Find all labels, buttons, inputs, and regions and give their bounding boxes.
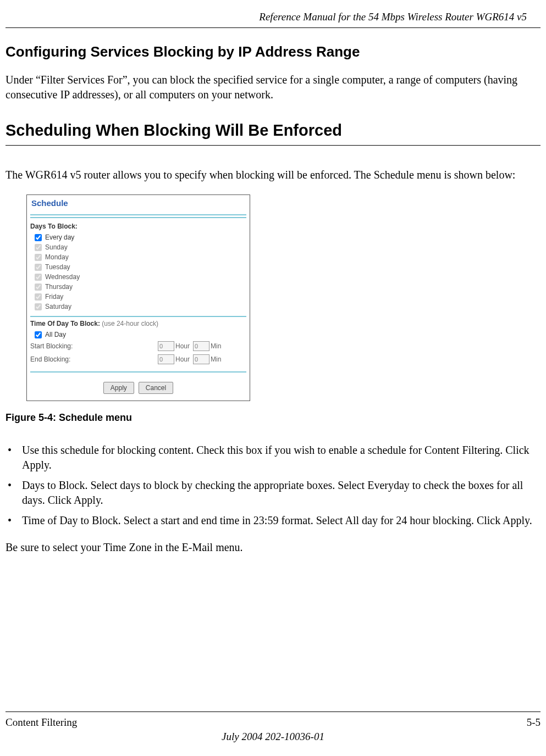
min-unit: Min bbox=[211, 342, 221, 350]
section-title-config: Configuring Services Blocking by IP Addr… bbox=[5, 43, 541, 60]
divider bbox=[30, 316, 246, 317]
figure-caption: Figure 5-4: Schedule menu bbox=[5, 412, 541, 424]
page-header: Reference Manual for the 54 Mbps Wireles… bbox=[5, 0, 541, 28]
footer-left: Content Filtering bbox=[5, 716, 77, 729]
day-label: Wednesday bbox=[45, 273, 80, 281]
bullet-list: • Use this schedule for blocking content… bbox=[5, 443, 541, 528]
footer-center: July 2004 202-10036-01 bbox=[5, 731, 541, 743]
all-day-checkbox[interactable] bbox=[35, 331, 42, 338]
bullet-icon: • bbox=[5, 478, 22, 508]
end-min-input[interactable] bbox=[193, 354, 209, 364]
hour-unit: Hour bbox=[175, 342, 190, 350]
monday-checkbox[interactable] bbox=[35, 254, 42, 261]
min-unit: Min bbox=[211, 355, 221, 363]
bullet-icon: • bbox=[5, 443, 22, 472]
bullet-icon: • bbox=[5, 513, 22, 528]
time-of-day-label: Time Of Day To Block: (use 24-hour clock… bbox=[27, 319, 250, 330]
day-checkbox-row: Monday bbox=[27, 252, 250, 262]
start-hour-input[interactable] bbox=[158, 341, 174, 351]
day-label: Thursday bbox=[45, 283, 73, 291]
cancel-button[interactable]: Cancel bbox=[139, 382, 173, 394]
schedule-intro-text: The WGR614 v5 router allows you to speci… bbox=[5, 168, 541, 182]
divider bbox=[30, 371, 246, 373]
day-checkbox-row: Wednesday bbox=[27, 272, 250, 282]
bullet-text: Time of Day to Block. Select a start and… bbox=[22, 513, 541, 528]
list-item: • Time of Day to Block. Select a start a… bbox=[5, 513, 541, 528]
all-day-label: All Day bbox=[45, 331, 66, 338]
start-blocking-row: Start Blocking: Hour Min bbox=[27, 340, 250, 353]
apply-button[interactable]: Apply bbox=[103, 382, 134, 394]
day-label: Sunday bbox=[45, 243, 68, 251]
page-content: Configuring Services Blocking by IP Addr… bbox=[0, 43, 546, 555]
header-title: Reference Manual for the 54 Mbps Wireles… bbox=[259, 11, 527, 23]
bullet-text: Days to Block. Select days to block by c… bbox=[22, 478, 541, 508]
day-label: Friday bbox=[45, 293, 63, 301]
footer-row: Content Filtering 5-5 bbox=[5, 716, 541, 729]
start-blocking-label: Start Blocking: bbox=[30, 342, 157, 350]
end-blocking-label: End Blocking: bbox=[30, 355, 157, 363]
day-checkbox-row: Every day bbox=[27, 232, 250, 242]
button-row: Apply Cancel bbox=[27, 374, 250, 401]
day-checkbox-row: Thursday bbox=[27, 282, 250, 292]
time-label-text: Time Of Day To Block: bbox=[30, 320, 100, 327]
schedule-panel-title: Schedule bbox=[27, 195, 250, 210]
everyday-checkbox[interactable] bbox=[35, 234, 42, 241]
day-label: Every day bbox=[45, 234, 74, 241]
days-to-block-label: Days To Block: bbox=[27, 221, 250, 232]
wednesday-checkbox[interactable] bbox=[35, 274, 42, 281]
day-label: Tuesday bbox=[45, 263, 70, 271]
sunday-checkbox[interactable] bbox=[35, 244, 42, 251]
day-checkbox-row: Tuesday bbox=[27, 262, 250, 272]
end-blocking-row: End Blocking: Hour Min bbox=[27, 353, 250, 366]
thursday-checkbox[interactable] bbox=[35, 284, 42, 291]
list-item: • Days to Block. Select days to block by… bbox=[5, 478, 541, 508]
config-body-text: Under “Filter Services For”, you can blo… bbox=[5, 73, 541, 102]
day-checkbox-row: Saturday bbox=[27, 302, 250, 312]
day-checkbox-row: Friday bbox=[27, 292, 250, 302]
list-item: • Use this schedule for blocking content… bbox=[5, 443, 541, 472]
divider bbox=[30, 217, 246, 218]
bullet-text: Use this schedule for blocking content. … bbox=[22, 443, 541, 472]
page-footer: Content Filtering 5-5 July 2004 202-1003… bbox=[5, 711, 541, 743]
footer-right: 5-5 bbox=[527, 716, 541, 729]
start-min-input[interactable] bbox=[193, 341, 209, 351]
schedule-screenshot: Schedule Days To Block: Every day Sunday… bbox=[26, 194, 250, 401]
divider bbox=[30, 214, 246, 215]
day-label: Saturday bbox=[45, 303, 71, 310]
hour-unit: Hour bbox=[175, 355, 190, 363]
friday-checkbox[interactable] bbox=[35, 293, 42, 301]
end-hour-input[interactable] bbox=[158, 354, 174, 364]
saturday-checkbox[interactable] bbox=[35, 303, 42, 310]
tuesday-checkbox[interactable] bbox=[35, 264, 42, 271]
closing-text: Be sure to select your Time Zone in the … bbox=[5, 540, 541, 555]
day-checkbox-row: Sunday bbox=[27, 242, 250, 252]
time-hint-text: (use 24-hour clock) bbox=[102, 320, 158, 327]
section-title-scheduling: Scheduling When Blocking Will Be Enforce… bbox=[5, 121, 541, 146]
day-label: Monday bbox=[45, 253, 69, 261]
all-day-row: All Day bbox=[27, 330, 250, 340]
